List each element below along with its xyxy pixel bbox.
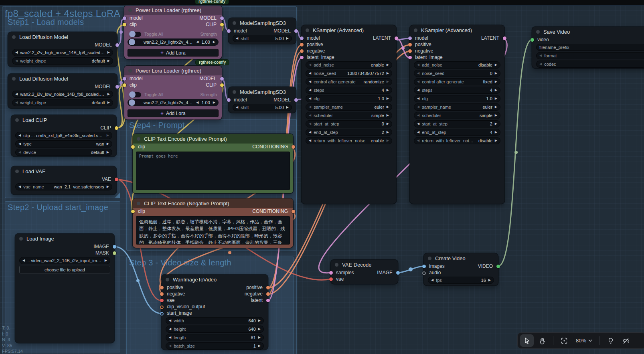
collapse-dot[interactable] [233, 21, 236, 25]
node-header[interactable]: Power Lora Loader (rgthree) [124, 5, 222, 15]
node-ksampler-advanced-2[interactable]: KSampler (Advanced) model LATENT positiv… [410, 25, 504, 204]
widget-shift[interactable]: ◀ shift 5.00 ▶ [233, 104, 292, 111]
widget-end-at-step[interactable]: ◀end_at_step2▶ [306, 129, 392, 136]
slot-dot-conditioning-out[interactable] [292, 145, 295, 149]
collapse-dot[interactable] [128, 69, 132, 73]
node-header[interactable]: Load CLIP [11, 115, 116, 125]
slot-dot-positive[interactable] [300, 43, 304, 47]
widget-steps[interactable]: ◀steps4▶ [414, 87, 500, 94]
collapse-dot[interactable] [335, 263, 338, 267]
slot-dot-clip-in[interactable] [123, 83, 126, 87]
slot-dot-latent-out[interactable] [503, 36, 506, 40]
node-wan-image-to-video[interactable]: WanImageToVideo positive positive negati… [162, 275, 268, 350]
group-step1-title[interactable]: Step1 - Load models [5, 16, 120, 28]
widget-image-file[interactable]: ◀ .. video_wan2_2_14B_i2v_input_image.jp… [19, 257, 110, 264]
lora-row[interactable]: wan2.2_i2v_lightx2v_4steps_lora_v... ◀ 1… [128, 38, 219, 46]
widget-weight-dtype[interactable]: ◀ weight_dtype default ▶ [12, 99, 113, 106]
slot-dot-image[interactable] [113, 245, 116, 249]
slot-dot-model-in[interactable] [123, 16, 126, 20]
widget-codec[interactable]: ◀ codec [536, 61, 644, 68]
slot-dot-model-out[interactable] [294, 29, 298, 33]
node-header[interactable]: Load Diffusion Model [8, 74, 117, 83]
node-vae-decode[interactable]: VAE Decode samples IMAGE vae [331, 260, 398, 284]
slot-dot-model-out[interactable] [220, 16, 224, 20]
pan-tool-button[interactable] [535, 334, 549, 347]
node-header[interactable]: CLIP Text Encode (Positive Prompt) [133, 134, 293, 144]
widget-cfg[interactable]: ◀cfg1.0▶ [306, 95, 392, 102]
node-clip-text-encode-negative[interactable]: CLIP Text Encode (Negative Prompt) clip … [133, 198, 293, 248]
node-model-sampling-sd3-2[interactable]: ModelSamplingSD3 model MODEL ◀ shift 5.0… [229, 87, 296, 113]
select-tool-button[interactable] [520, 334, 534, 347]
slot-dot-clip-vision-output[interactable] [160, 305, 164, 309]
toggle-all-switch[interactable] [129, 32, 141, 37]
slot-dot-model-out[interactable] [294, 98, 298, 102]
widget-batch-size[interactable]: ◀batch_size1▶ [166, 342, 264, 350]
slot-dot-model-in[interactable] [408, 36, 412, 40]
node-graph-canvas[interactable]: fp8_scaled + 4steps LoRA Step1 - Load mo… [0, 0, 644, 354]
widget-filename-prefix[interactable]: filename_prefix [536, 44, 644, 51]
collapse-dot[interactable] [536, 30, 540, 34]
top-menu-bar[interactable] [0, 0, 644, 6]
node-save-video[interactable]: Save Video video filename_prefix ◀ forma… [532, 27, 644, 68]
collapse-dot[interactable] [128, 8, 132, 12]
collapse-dot[interactable] [166, 278, 169, 281]
node-header[interactable]: ModelSamplingSD3 [229, 18, 296, 28]
widget-noise-seed[interactable]: ◀noise_seed138073435077572▶ [306, 70, 392, 77]
slot-dot-images[interactable] [422, 265, 426, 268]
node-header[interactable]: ModelSamplingSD3 [229, 87, 296, 97]
collapse-dot[interactable] [15, 118, 19, 122]
widget-start-at-step[interactable]: ◀start_at_step0▶ [306, 120, 392, 127]
slot-dot-clip-in[interactable] [131, 210, 135, 213]
widget-vae-name[interactable]: ◀ vae_name wan_2.1_vae.safetensors ▶ [15, 183, 112, 190]
node-header[interactable]: KSampler (Advanced) [410, 25, 504, 35]
slot-dot-clip-out[interactable] [220, 83, 224, 87]
add-lora-button[interactable]: + Add Lora [128, 49, 219, 57]
node-clip-text-encode-positive[interactable]: CLIP Text Encode (Positive Prompt) clip … [133, 134, 293, 193]
node-load-diffusion-model-2[interactable]: Load Diffusion Model MODEL ◀ wan2.2_i2v_… [8, 74, 117, 108]
widget-length[interactable]: ◀length81▶ [166, 334, 264, 341]
slot-dot-vae[interactable] [329, 277, 333, 281]
collapse-dot[interactable] [233, 90, 236, 94]
widget-scheduler[interactable]: ◀schedulersimple▶ [306, 112, 392, 119]
widget-noise-seed[interactable]: ◀noise_seed0▶ [414, 70, 500, 77]
node-header[interactable]: KSampler (Advanced) [302, 25, 396, 35]
slot-dot-vae[interactable] [115, 178, 118, 181]
widget-sampler-name[interactable]: ◀sampler_nameeuler▶ [306, 103, 392, 111]
slot-dot-positive[interactable] [408, 43, 412, 47]
slot-dot-positive-in[interactable] [160, 286, 164, 289]
node-ksampler-advanced-1[interactable]: KSampler (Advanced) model LATENT positiv… [302, 25, 396, 204]
widget-ckpt-name[interactable]: ◀ wan2.2_i2v_high_noise_14B_fp8_scaled.s… [12, 49, 113, 56]
slot-dot-mask[interactable] [113, 251, 116, 255]
widget-clip-name[interactable]: ◀ clip ... umt5_xxl_fp8_e4m3fn_scaled.sa… [15, 132, 112, 139]
slot-dot-clip[interactable] [115, 126, 118, 130]
lora-toggle[interactable] [129, 100, 141, 105]
collapse-dot[interactable] [306, 28, 309, 32]
widget-return-with-leftover-noise[interactable]: ◀return_with_leftover_noiseenable▶ [306, 137, 392, 144]
slot-dot-positive-out[interactable] [266, 286, 270, 289]
slot-dot-latent-image[interactable] [408, 56, 412, 59]
widget-shift[interactable]: ◀ shift 5.00 ▶ [233, 35, 292, 42]
widget-ckpt-name[interactable]: ◀ wan2.2_i2v_low_noise_14B_fp8_scaled.sa… [12, 91, 113, 98]
node-power-lora-loader-2[interactable]: Power Lora Loader (rgthree) model MODEL … [124, 66, 222, 119]
widget-device[interactable]: ◀ device default ▶ [15, 149, 112, 156]
node-load-diffusion-model-1[interactable]: Load Diffusion Model MODEL ◀ wan2.2_i2v_… [8, 32, 117, 67]
widget-add-noise[interactable]: ◀add_noisedisable▶ [414, 61, 500, 69]
widget-add-noise[interactable]: ◀add_noiseenable▶ [306, 61, 392, 69]
widget-weight-dtype[interactable]: ◀ weight_dtype default ▶ [12, 57, 113, 65]
slot-dot-negative-out[interactable] [266, 292, 270, 296]
collapse-dot[interactable] [19, 237, 23, 241]
slot-dot-audio[interactable] [422, 271, 426, 275]
slot-dot-model-in[interactable] [227, 29, 231, 33]
slot-dot-vae-in[interactable] [160, 299, 164, 302]
slot-dot-latent-image[interactable] [300, 56, 304, 59]
prompt-textarea[interactable]: 色调艳丽，过曝，静态，细节模糊不清，字幕，风格，作品，画作，画面，静止，整体发灰… [136, 216, 290, 245]
widget-start-at-step[interactable]: ◀start_at_step2▶ [414, 120, 500, 127]
node-model-sampling-sd3-1[interactable]: ModelSamplingSD3 model MODEL ◀ shift 5.0… [229, 18, 296, 44]
collapse-dot[interactable] [414, 28, 417, 32]
slot-dot-negative-in[interactable] [160, 292, 164, 296]
slot-dot-image-out[interactable] [396, 271, 400, 275]
lora-row[interactable]: wan2.2_i2v_lightx2v_4steps_lora_v... ◀ 1… [128, 99, 219, 106]
toggle-links-button[interactable] [619, 334, 633, 347]
widget-scheduler[interactable]: ◀schedulersimple▶ [414, 112, 500, 119]
node-header[interactable]: Power Lora Loader (rgthree) [124, 66, 222, 75]
